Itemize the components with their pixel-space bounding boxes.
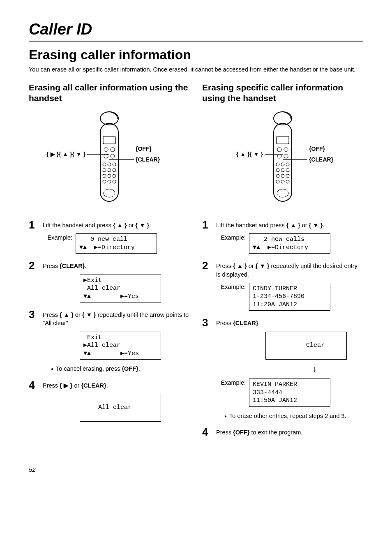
svg-point-37	[281, 180, 284, 183]
intro-text: You can erase all or specific caller inf…	[29, 66, 363, 74]
svg-point-25	[277, 154, 281, 158]
lcd-display: 0 new call ▼▲ ▶=Directory	[76, 233, 157, 254]
lcd-display: ▶Exit All clear ▼▲ ▶=Yes	[80, 275, 161, 303]
step-2: 2 Press {CLEAR}. ▶Exit All clear ▼▲ ▶=Ye…	[29, 260, 190, 305]
svg-point-30	[276, 169, 279, 172]
step-number: 3	[202, 317, 216, 328]
svg-point-32	[286, 169, 289, 172]
svg-point-26	[284, 154, 288, 158]
key-down: { ▼ }	[136, 222, 150, 229]
svg-point-3	[104, 148, 108, 152]
lcd-display: 2 new calls ▼▲ ▶=Directory	[249, 233, 330, 254]
example-label: Example:	[216, 280, 246, 291]
svg-point-29	[286, 163, 289, 166]
step-1: 1 Lift the handset and press { ▲ } or { …	[29, 219, 190, 256]
main-heading: Erasing caller information	[29, 47, 363, 62]
key-down: { ▼ }	[82, 312, 96, 318]
callout-clear: {CLEAR}	[136, 156, 160, 163]
step-text: Press	[216, 320, 233, 326]
svg-point-15	[113, 174, 116, 178]
step-number: 1	[202, 219, 216, 230]
down-arrow-icon: ↓	[265, 363, 363, 374]
step-4: 4 Press { ▶ } or {CLEAR}. All clear	[29, 380, 190, 425]
svg-point-4	[111, 148, 115, 152]
step-number: 1	[29, 219, 43, 230]
svg-point-39	[277, 189, 288, 197]
key-clear: {CLEAR}	[60, 263, 85, 269]
svg-rect-21	[274, 123, 292, 201]
svg-point-11	[108, 169, 111, 172]
key-right: { ▶ }	[60, 382, 72, 389]
svg-point-5	[104, 154, 108, 158]
section-title: Caller ID	[29, 21, 363, 38]
svg-rect-22	[277, 136, 289, 144]
step-number: 3	[29, 309, 43, 320]
svg-point-14	[108, 174, 111, 178]
svg-rect-2	[103, 136, 115, 144]
svg-point-23	[277, 148, 281, 152]
step-text: Press	[216, 263, 233, 269]
step-4: 4 Press {OFF} to exit the program.	[202, 427, 363, 437]
svg-point-18	[113, 180, 116, 183]
step-text: Press	[43, 263, 60, 269]
key-clear: {CLEAR}	[233, 320, 258, 326]
svg-point-19	[104, 189, 115, 197]
handset-figure-left: {OFF} {CLEAR} { ▶ }{ ▲ }{ ▼ }	[29, 111, 190, 210]
handset-icon	[89, 111, 130, 206]
callout-clear: {CLEAR}	[309, 156, 333, 163]
right-column: Erasing specific caller information usin…	[202, 82, 363, 441]
lcd-display: All clear	[80, 394, 161, 422]
left-column: Erasing all caller information using the…	[29, 82, 190, 441]
bullet-repeat: To erase other entries, repeat steps 2 a…	[224, 412, 363, 420]
step-text: Press	[43, 382, 60, 389]
key-up: { ▲ }	[113, 222, 127, 229]
step-3: 3 Press {CLEAR}. Clear ↓ Example: KEVIN …	[202, 317, 363, 422]
svg-point-24	[284, 148, 288, 152]
key-off: {OFF}	[233, 429, 249, 436]
handset-icon	[262, 111, 303, 206]
example-label: Example:	[216, 376, 246, 387]
lcd-display: Exit ▶All clear ▼▲ ▶=Yes	[80, 332, 161, 360]
example-label: Example:	[43, 231, 72, 242]
svg-point-6	[111, 154, 115, 158]
callout-off: {OFF}	[136, 145, 152, 152]
svg-point-27	[276, 163, 279, 166]
key-up: { ▲ }	[233, 263, 247, 269]
lcd-display: KEVIN PARKER 333-4444 11:50A JAN12	[249, 379, 330, 407]
svg-point-13	[103, 174, 106, 178]
callout-off: {OFF}	[309, 145, 325, 152]
svg-point-33	[276, 174, 279, 178]
key-down: { ▼ }	[256, 263, 270, 269]
step-number: 4	[202, 427, 216, 437]
svg-point-8	[108, 163, 111, 166]
svg-point-9	[113, 163, 116, 166]
lcd-display: CINDY TURNER 1-234-456-7890 11:20A JAN12	[249, 283, 330, 311]
step-2: 2 Press { ▲ } or { ▼ } repeatedly until …	[202, 260, 363, 313]
key-clear: {CLEAR}	[81, 382, 106, 389]
lcd-display: Clear	[265, 332, 347, 360]
key-up: { ▲ }	[286, 222, 300, 229]
example-label: Example:	[216, 231, 246, 242]
svg-point-7	[103, 163, 106, 166]
svg-point-36	[276, 180, 279, 183]
callout-nav: { ▲ }{ ▼ }	[236, 151, 263, 157]
step-1: 1 Lift the handset and press { ▲ } or { …	[202, 219, 363, 256]
svg-point-10	[103, 169, 106, 172]
svg-point-17	[108, 180, 111, 183]
page-number: 52	[29, 466, 363, 473]
svg-point-28	[281, 163, 284, 166]
bullet-cancel: To cancel erasing, press {OFF}.	[51, 365, 190, 373]
divider	[29, 41, 363, 42]
left-heading: Erasing all caller information using the…	[29, 82, 190, 104]
handset-figure-right: {OFF} {CLEAR} { ▲ }{ ▼ }	[202, 111, 363, 210]
right-heading: Erasing specific caller information usin…	[202, 82, 363, 104]
svg-point-12	[113, 169, 116, 172]
key-down: { ▼ }	[309, 222, 323, 229]
svg-point-38	[286, 180, 289, 183]
step-number: 4	[29, 380, 43, 390]
svg-point-34	[281, 174, 284, 178]
svg-point-31	[281, 169, 284, 172]
step-text: Lift the handset and press	[216, 222, 286, 229]
step-number: 2	[202, 260, 216, 271]
step-text: Press	[216, 429, 233, 436]
